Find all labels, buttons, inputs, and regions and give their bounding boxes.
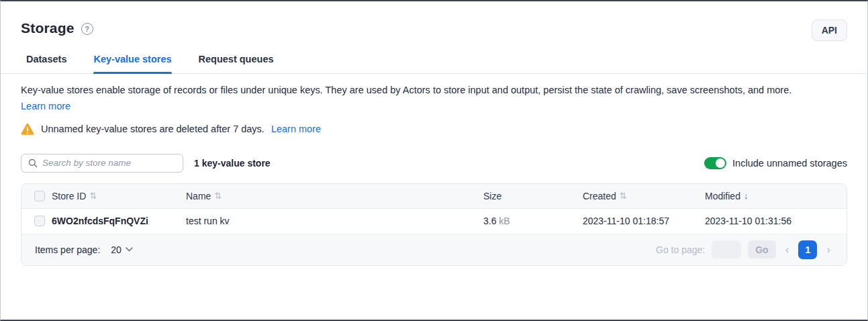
sort-icon[interactable]: ⇅ <box>214 191 222 201</box>
controls-row: 1 key-value store Include unnamed storag… <box>21 154 847 173</box>
column-header-store-id[interactable]: Store ID ⇅ <box>52 191 186 201</box>
toggle-knob <box>716 158 725 168</box>
toggle-label: Include unnamed storages <box>732 158 847 169</box>
storage-page: Storage ? API Datasets Key-value stores … <box>0 0 868 321</box>
include-unnamed-toggle-wrap[interactable]: Include unnamed storages <box>704 157 847 169</box>
store-id-link[interactable]: 6WO2nfcdsFqFnQVZi <box>52 216 186 226</box>
goto-page-label: Go to page: <box>656 244 705 255</box>
warning-icon <box>21 123 34 136</box>
column-header-name[interactable]: Name ⇅ <box>186 191 483 201</box>
sort-desc-icon[interactable]: ↓ <box>744 191 749 201</box>
table-row[interactable]: 6WO2nfcdsFqFnQVZi test run kv 3.6 kB 202… <box>21 209 847 234</box>
toggle-switch-on[interactable] <box>704 157 726 169</box>
items-per-page-label: Items per page: <box>35 244 100 255</box>
table-header-row: Store ID ⇅ Name ⇅ Size Created ⇅ Modifie… <box>21 184 847 209</box>
sort-icon[interactable]: ⇅ <box>89 191 97 201</box>
description-text: Key-value stores enable storage of recor… <box>21 85 791 95</box>
sort-icon[interactable]: ⇅ <box>620 191 627 201</box>
column-header-size: Size <box>483 191 583 201</box>
tab-request-queues[interactable]: Request queues <box>199 54 274 73</box>
description-learn-more-link[interactable]: Learn more <box>21 99 70 113</box>
tab-bar: Datasets Key-value stores Request queues <box>1 36 867 74</box>
warning-text: Unnamed key-value stores are deleted aft… <box>41 124 264 134</box>
page-1-button[interactable]: 1 <box>798 240 817 259</box>
store-size: 3.6 kB <box>483 216 583 226</box>
column-header-modified[interactable]: Modified ↓ <box>705 191 847 201</box>
page-title: Storage <box>21 20 75 36</box>
warning-learn-more-link[interactable]: Learn more <box>271 124 321 134</box>
tab-key-value-stores[interactable]: Key-value stores <box>93 54 171 73</box>
search-input[interactable] <box>42 158 176 168</box>
column-header-created[interactable]: Created ⇅ <box>583 191 705 201</box>
pagination: Go to page: Go ‹ 1 › <box>656 240 833 259</box>
prev-page-icon[interactable]: ‹ <box>783 243 792 257</box>
table-footer: Items per page: 20 Go to page: Go ‹ 1 › <box>21 234 847 265</box>
store-created: 2023-11-10 01:18:57 <box>583 216 705 226</box>
api-button[interactable]: API <box>812 19 847 41</box>
search-icon <box>28 158 38 168</box>
items-per-page-select[interactable]: 20 <box>111 244 133 255</box>
go-button[interactable]: Go <box>748 240 775 259</box>
tab-datasets[interactable]: Datasets <box>26 54 66 73</box>
goto-page-input[interactable] <box>712 240 741 259</box>
store-name: test run kv <box>186 216 483 226</box>
select-all-checkbox[interactable] <box>34 191 45 201</box>
chevron-down-icon <box>126 247 133 252</box>
store-modified: 2023-11-10 01:31:56 <box>705 216 847 226</box>
page-header: Storage ? <box>21 1 847 36</box>
search-box[interactable] <box>21 154 183 173</box>
row-checkbox[interactable] <box>34 216 45 226</box>
help-icon[interactable]: ? <box>81 23 93 35</box>
warning-banner: Unnamed key-value stores are deleted aft… <box>21 123 847 136</box>
next-page-icon[interactable]: › <box>824 243 833 257</box>
store-count: 1 key-value store <box>194 158 271 169</box>
description: Key-value stores enable storage of recor… <box>21 83 847 114</box>
stores-table: Store ID ⇅ Name ⇅ Size Created ⇅ Modifie… <box>21 183 847 266</box>
